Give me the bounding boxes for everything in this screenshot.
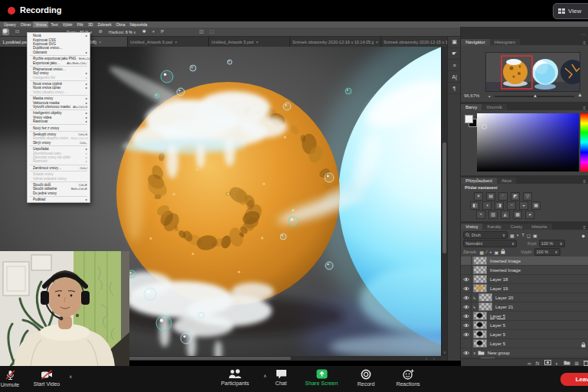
record-button[interactable]: Record (348, 369, 384, 387)
color-picker-marker[interactable] (482, 124, 487, 129)
document-tab[interactable]: Untitled_Artwork 5.psd× (209, 37, 290, 47)
visibility-eye-icon[interactable] (461, 302, 472, 311)
visibility-eye-icon[interactable] (461, 330, 472, 338)
layer-thumbnail[interactable] (473, 339, 487, 348)
invert-adjustment-icon[interactable]: ◓ (476, 211, 485, 219)
saturation-brightness-field[interactable] (477, 113, 579, 172)
layer-thumbnail[interactable] (479, 302, 492, 311)
layer-filter-kind-select[interactable]: Druh ∨ (463, 231, 508, 239)
visibility-eye-icon[interactable] (461, 348, 472, 357)
menu-item-6[interactable]: Filtr (75, 21, 86, 28)
layer-name[interactable]: Layer 19 (490, 286, 508, 291)
scroll-right-arrow-icon[interactable]: › (433, 356, 435, 361)
filter-smart-objects-icon[interactable]: ▣ (533, 233, 537, 238)
layer-name[interactable]: New group (488, 351, 510, 355)
brightness-contrast-adjustment-icon[interactable]: ☀ (474, 192, 483, 201)
tab-cesty[interactable]: Cesty (506, 224, 527, 230)
layer-name[interactable]: Layer 20 (495, 296, 513, 300)
layer-menu-item[interactable]: Nový řez z vrstvy (28, 126, 90, 129)
vibrance-adjustment-icon[interactable]: ▽ (523, 192, 532, 201)
layer-row[interactable]: ∨New group (461, 348, 588, 358)
filter-shape-layers-icon[interactable]: ◻ (527, 233, 531, 238)
zoom-slider-thumb[interactable]: ▲ (533, 93, 537, 98)
sliders-panel-icon[interactable]: ≡ (448, 60, 461, 71)
pressure-opacity-icon[interactable]: P (161, 28, 164, 36)
layer-name[interactable]: Inserted Image (490, 268, 521, 273)
menu-item-5[interactable]: Výběr (60, 21, 75, 28)
tab-close-icon[interactable]: × (175, 40, 177, 44)
layer-name[interactable]: Layer 5 (490, 332, 505, 337)
document-tab[interactable]: Untitled_Artwork 6.psd× (128, 37, 209, 47)
chat-button[interactable]: Chat (266, 369, 296, 386)
blend-mode-select[interactable]: Normální∨ (463, 240, 517, 247)
share-screen-button[interactable]: Share Screen (300, 369, 343, 386)
lock-artboard-icon[interactable]: ▣ (495, 250, 499, 255)
layer-row[interactable]: Layer 5 (461, 312, 588, 321)
filter-adjustment-layers-icon[interactable]: ◐ (517, 233, 520, 237)
color-balance-adjustment-icon[interactable]: ◑ (482, 201, 492, 210)
layer-row[interactable]: Inserted Image (461, 266, 588, 275)
selective-color-adjustment-icon[interactable]: ◕ (525, 211, 534, 219)
tab-akce[interactable]: Akce (497, 178, 516, 184)
zoom-in-mountain-icon[interactable]: ▲ (577, 92, 583, 97)
lock-transparency-icon[interactable]: ▦ (479, 250, 484, 255)
opacity-value[interactable]: 100 %∨ (539, 240, 565, 247)
tab-kanaly[interactable]: Kanály (482, 224, 505, 230)
layer-menu-item[interactable]: Odstranit▸ (28, 51, 90, 54)
menu-item-4[interactable]: Text (48, 21, 60, 28)
layer-thumbnail[interactable] (473, 266, 487, 274)
smoothing-gear-icon[interactable]: ✱ (142, 28, 146, 36)
start-video-chevron-icon[interactable]: ∧ (69, 374, 72, 379)
paragraph-panel-icon[interactable]: ¶ (448, 83, 461, 94)
layer-row[interactable]: Layer 19 (461, 284, 588, 293)
menu-item-2[interactable]: Obraz (18, 21, 34, 28)
layer-name[interactable]: Layer 5 (490, 341, 505, 346)
reactions-button[interactable]: Reactions (389, 369, 427, 387)
vertical-scrollbar-thumb[interactable] (443, 142, 446, 253)
visibility-eye-icon[interactable] (461, 293, 472, 302)
layer-row[interactable]: ↳Layer 20 (461, 293, 588, 302)
visibility-eye-icon[interactable] (461, 321, 472, 329)
layer-thumbnail[interactable] (473, 284, 487, 292)
layer-menu-item[interactable]: Rychle exportovat jako PNGShift+Ctrl+' (28, 57, 90, 60)
brush-preset-icon[interactable] (2, 28, 9, 35)
tab-vzornik[interactable]: Vzorník (482, 104, 506, 110)
visibility-toggle-empty[interactable] (461, 266, 472, 274)
layer-menu-item[interactable]: Exportovat jako…Alt+Shift+Ctrl+' (28, 60, 90, 64)
visibility-eye-icon[interactable] (461, 284, 472, 292)
layer-name[interactable]: Layer 5 (490, 323, 505, 328)
filter-pixel-layers-icon[interactable]: ▦ (510, 233, 514, 238)
visibility-eye-icon[interactable] (461, 275, 472, 283)
leave-button[interactable]: Leave (560, 373, 588, 386)
lock-all-icon[interactable] (501, 249, 505, 255)
layer-row[interactable]: Layer 5 (461, 330, 588, 339)
brush-panel-toggle-icon[interactable]: ⊡ (15, 28, 19, 36)
start-video-button[interactable]: Start Video (28, 370, 65, 387)
layer-name[interactable]: Layer 18 (490, 277, 508, 282)
foreground-color-swatch[interactable] (465, 115, 473, 123)
participants-button[interactable]: Participants (212, 369, 258, 386)
tab-close-icon[interactable]: × (256, 40, 258, 44)
curves-adjustment-icon[interactable]: ◜ (498, 192, 508, 201)
layer-name[interactable]: Inserted Image (490, 259, 521, 263)
tab-prizpusobeni[interactable]: Přizpůsobení (461, 178, 497, 184)
document-tab[interactable]: Snímek obrazovky 2020-12-16 v 10.14.05.j… (290, 37, 381, 47)
lock-position-icon[interactable]: + (489, 250, 492, 254)
scroll-down-arrow-icon[interactable]: ∨ (443, 350, 446, 354)
tab-barvy[interactable]: Barvy (461, 104, 482, 110)
menu-item-8[interactable]: Zobrazit (95, 21, 113, 28)
layer-row[interactable]: Inserted Image (461, 256, 588, 266)
layer-thumbnail[interactable] (473, 312, 487, 320)
navigator-thumbnail[interactable] (485, 52, 580, 92)
scroll-left-arrow-icon[interactable]: ‹ (426, 356, 427, 361)
navigator-zoom-slider[interactable]: ▲ (495, 96, 574, 97)
hand-panel-icon[interactable]: ☛ (448, 48, 461, 60)
layer-menu-item[interactable]: Zamknout vrstvy…Ctrl+/ (28, 166, 90, 170)
navigator-zoom-value[interactable]: 96,67% (464, 93, 479, 98)
layer-thumbnail[interactable] (473, 330, 487, 338)
color-lookup-adjustment-icon[interactable]: ▦ (531, 201, 541, 210)
visibility-eye-icon[interactable] (461, 312, 472, 320)
layer-thumbnail[interactable] (473, 256, 487, 265)
layer-menu-item[interactable]: Vytvořit ořezovou maskuAlt+Ctrl+G (28, 105, 90, 109)
layer-thumbnail[interactable] (479, 293, 492, 302)
